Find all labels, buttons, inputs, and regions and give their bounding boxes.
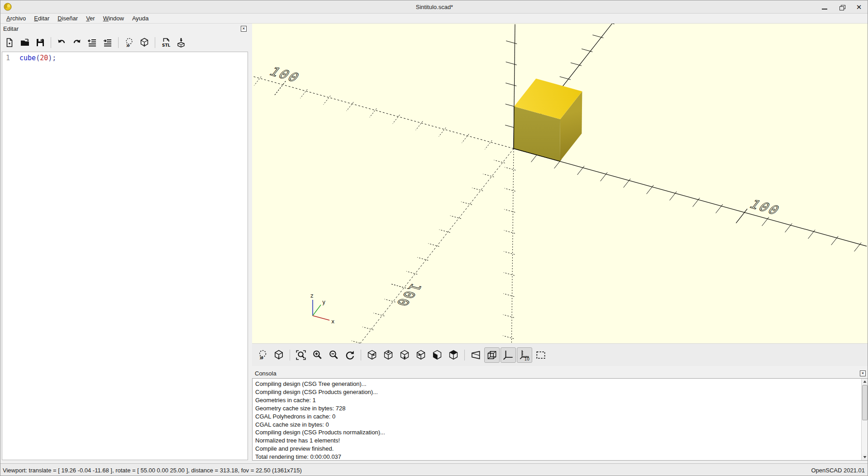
view-all-button[interactable] bbox=[533, 347, 548, 363]
menu-editar[interactable]: Editar bbox=[30, 14, 53, 23]
show-scale-markers-button[interactable]: 10 bbox=[517, 347, 532, 363]
view-bottom-button[interactable] bbox=[397, 347, 412, 363]
viewport-3d[interactable]: 100100100zyx bbox=[252, 24, 868, 343]
code-line: 1cube(20); bbox=[2, 52, 248, 63]
view-left-button[interactable] bbox=[413, 347, 429, 363]
view-front-icon bbox=[431, 349, 443, 361]
open-file-button[interactable] bbox=[18, 35, 32, 50]
save-file-button[interactable] bbox=[33, 35, 48, 50]
scroll-up-icon[interactable] bbox=[862, 379, 868, 385]
zoom-in-button[interactable] bbox=[310, 347, 325, 363]
editor-close-icon[interactable]: × bbox=[241, 26, 247, 32]
window-controls: ✕ bbox=[820, 0, 864, 14]
console-close-icon[interactable]: × bbox=[860, 370, 866, 376]
unindent-icon bbox=[87, 37, 98, 48]
view-front-button[interactable] bbox=[429, 347, 445, 363]
menu-ver[interactable]: Ver bbox=[82, 14, 99, 23]
menu-bar: ArchivoEditarDiseñarVerWindowAyuda bbox=[0, 14, 868, 24]
indent-icon bbox=[102, 37, 113, 48]
close-button[interactable]: ✕ bbox=[854, 3, 864, 12]
viewport-toolbar: »10 bbox=[252, 343, 868, 366]
render-button[interactable] bbox=[271, 347, 286, 363]
scrollbar-thumb[interactable] bbox=[862, 385, 868, 420]
view-back-icon bbox=[448, 349, 459, 361]
title-bar: Sintitulo.scad* ✕ bbox=[0, 0, 868, 14]
reset-view-icon bbox=[344, 349, 356, 361]
scale-markers-icon: 10 bbox=[519, 349, 530, 361]
console-scrollbar[interactable] bbox=[861, 379, 868, 460]
axis-indicator: zyx bbox=[310, 293, 334, 325]
folder-open-icon bbox=[19, 37, 30, 48]
version-text: OpenSCAD 2021.01 bbox=[811, 467, 868, 474]
redo-icon bbox=[72, 37, 82, 48]
unindent-button[interactable] bbox=[85, 35, 100, 50]
reset-view-button[interactable] bbox=[342, 347, 358, 363]
console-output: Compiling design (CSG Tree generation)..… bbox=[253, 379, 868, 461]
view-perspective-button[interactable] bbox=[468, 347, 483, 363]
indicator-x-label: x bbox=[331, 318, 334, 325]
view-top-button[interactable] bbox=[381, 347, 396, 363]
toolbar-separator bbox=[361, 350, 361, 361]
axes-icon bbox=[502, 349, 514, 361]
orthogonal-icon bbox=[486, 349, 498, 361]
view-orthogonal-button[interactable] bbox=[484, 347, 500, 363]
menu-archivo[interactable]: Archivo bbox=[2, 14, 30, 23]
cube bbox=[514, 79, 582, 162]
render-button[interactable] bbox=[137, 35, 152, 50]
toolbar-separator bbox=[118, 37, 119, 48]
redo-button[interactable] bbox=[70, 35, 84, 50]
view-right-icon bbox=[366, 349, 378, 361]
view-right-button[interactable] bbox=[364, 347, 380, 363]
preview-icon: » bbox=[257, 349, 268, 361]
code-text: cube(20); bbox=[14, 54, 56, 62]
code-editor[interactable]: 1cube(20); bbox=[2, 52, 248, 460]
menu-disear[interactable]: Diseñar bbox=[53, 14, 82, 23]
export-stl-button[interactable]: STL bbox=[158, 35, 173, 50]
z-axis-negative bbox=[511, 149, 514, 343]
toolbar-separator bbox=[464, 350, 465, 361]
editor-toolbar: »STL bbox=[0, 34, 249, 52]
indicator-z-label: z bbox=[310, 293, 313, 299]
export-stl-icon: STL bbox=[160, 37, 171, 48]
console-line: Normalized tree has 1 elements! bbox=[255, 437, 865, 445]
window-title: Sintitulo.scad* bbox=[0, 4, 868, 10]
zoom-all-button[interactable] bbox=[293, 347, 309, 363]
editor-panel: Editar × »STL 1cube(20); bbox=[0, 24, 249, 462]
render-icon bbox=[273, 349, 285, 361]
restore-button[interactable] bbox=[837, 3, 847, 12]
indent-button[interactable] bbox=[100, 35, 115, 50]
toolbar-separator bbox=[290, 350, 290, 361]
preview-button[interactable]: » bbox=[122, 35, 136, 50]
console-panel: Compiling design (CSG Tree generation)..… bbox=[252, 378, 868, 461]
y-axis-negative bbox=[360, 149, 514, 343]
print-3d-button[interactable] bbox=[174, 35, 188, 50]
show-axes-button[interactable] bbox=[501, 347, 516, 363]
toolbar-separator bbox=[155, 37, 155, 48]
console-line: Total rendering time: 0:00:00.037 bbox=[255, 453, 865, 461]
undo-button[interactable] bbox=[54, 35, 69, 50]
viewport-canvas[interactable]: 100100100zyx bbox=[252, 24, 868, 343]
print3d-icon bbox=[176, 37, 186, 48]
indicator-y-axis bbox=[313, 305, 321, 316]
svg-text:»: » bbox=[259, 354, 264, 361]
menu-window[interactable]: Window bbox=[99, 14, 128, 23]
view-all-icon bbox=[535, 349, 547, 361]
new-file-button[interactable] bbox=[2, 35, 17, 50]
zoom-out-button[interactable] bbox=[326, 347, 341, 363]
svg-text:STL: STL bbox=[162, 43, 171, 48]
console-panel-header: Consola × bbox=[252, 368, 868, 378]
minimize-button[interactable] bbox=[820, 3, 830, 12]
undo-icon bbox=[56, 37, 67, 48]
openscad-window: Sintitulo.scad* ✕ ArchivoEditarDiseñarVe… bbox=[0, 0, 868, 476]
scroll-down-icon[interactable] bbox=[862, 454, 868, 460]
toolbar-separator bbox=[51, 37, 51, 48]
svg-text:»: » bbox=[126, 42, 130, 48]
x-axis-negative bbox=[253, 77, 514, 149]
console-line: CGAL Polyhedrons in cache: 0 bbox=[255, 413, 865, 421]
zoom-out-icon bbox=[328, 349, 339, 361]
menu-ayuda[interactable]: Ayuda bbox=[128, 14, 153, 23]
view-top-icon bbox=[382, 349, 394, 361]
view-back-button[interactable] bbox=[446, 347, 461, 363]
preview-button[interactable]: » bbox=[255, 347, 270, 363]
zoom-in-icon bbox=[311, 349, 323, 361]
